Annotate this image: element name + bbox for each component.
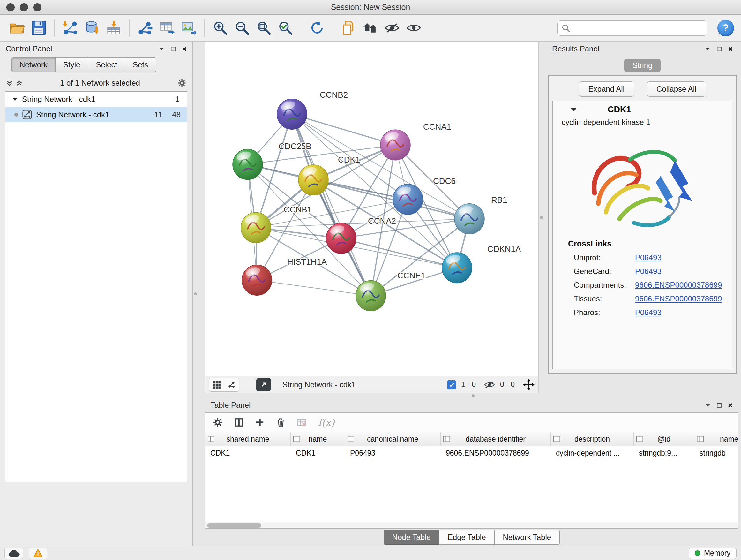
export-network-button[interactable] — [135, 18, 155, 38]
expand-all-tree-icon[interactable] — [6, 80, 12, 86]
tab-sets[interactable]: Sets — [125, 57, 156, 72]
network-node-cdkn1a[interactable]: CDKN1A — [442, 244, 521, 283]
section-caret-icon[interactable] — [570, 108, 577, 112]
memory-button[interactable]: Memory — [689, 548, 737, 559]
collapse-panel-icon[interactable] — [159, 47, 164, 51]
zoom-selected-button[interactable] — [275, 18, 295, 38]
network-edge[interactable] — [313, 180, 469, 219]
close-panel-icon[interactable] — [728, 47, 733, 51]
table-cell[interactable]: 9606.ENSP00000378699 — [441, 449, 551, 457]
zoom-window-button[interactable] — [33, 3, 42, 11]
show-panel-eye-button[interactable] — [404, 18, 423, 38]
show-columns-icon[interactable] — [234, 418, 244, 427]
home-button[interactable] — [360, 18, 380, 38]
network-node-ccnb2[interactable]: CCNB2 — [277, 90, 348, 129]
hidden-eye-slash-icon[interactable] — [484, 381, 495, 389]
network-node-ccna1[interactable]: CCNA1 — [381, 122, 451, 160]
crosslink-link[interactable]: 9606.ENSP00000378699 — [635, 294, 722, 303]
export-image-button[interactable] — [179, 18, 199, 38]
table-cell[interactable]: CDK1 — [291, 449, 345, 457]
tab-style[interactable]: Style — [55, 57, 88, 72]
network-collection-row[interactable]: String Network - cdk1 1 — [5, 91, 187, 107]
collapse-panel-icon[interactable] — [705, 403, 711, 407]
network-node-rb1[interactable]: RB1 — [455, 195, 508, 234]
float-panel-icon[interactable] — [717, 403, 722, 408]
zoom-in-button[interactable] — [210, 18, 230, 38]
import-table-button[interactable] — [104, 18, 124, 38]
right-splitter[interactable] — [539, 42, 544, 393]
close-window-button[interactable] — [6, 3, 15, 11]
copy-document-button[interactable] — [339, 18, 358, 38]
collapse-all-tree-icon[interactable] — [16, 80, 22, 86]
collapse-panel-icon[interactable] — [705, 47, 711, 51]
help-button[interactable] — [718, 20, 734, 37]
open-session-button[interactable] — [7, 18, 27, 38]
table-cell[interactable]: stringdb — [694, 449, 738, 457]
table-cell[interactable]: CDK1 — [205, 449, 291, 457]
network-node-ccne1[interactable]: CCNE1 — [356, 271, 425, 311]
save-session-button[interactable] — [29, 18, 49, 38]
network-edge[interactable] — [292, 114, 395, 145]
table-cell[interactable]: cyclin-dependent ... — [551, 449, 634, 457]
network-node-ccna2[interactable]: CCNA2 — [326, 216, 396, 254]
open-in-browser-button[interactable] — [256, 378, 271, 391]
network-options-gear-icon[interactable] — [178, 79, 186, 87]
splitter-handle[interactable] — [194, 293, 197, 295]
table-row[interactable]: CDK1CDK1P064939606.ENSP00000378699cyclin… — [205, 446, 738, 460]
zoom-fit-button[interactable] — [254, 18, 273, 38]
table-settings-gear-icon[interactable] — [213, 418, 222, 427]
tree-caret-icon[interactable] — [12, 98, 18, 101]
string-settings-button[interactable] — [224, 378, 239, 391]
splitter-handle[interactable] — [540, 216, 543, 219]
table-cell[interactable]: P06493 — [345, 449, 441, 457]
hide-panel-eye-button[interactable] — [382, 18, 402, 38]
tab-select[interactable]: Select — [88, 57, 125, 72]
crosslink-link[interactable]: P06493 — [635, 308, 662, 317]
delete-column-trash-icon[interactable] — [276, 417, 286, 428]
import-network-from-file-button[interactable] — [60, 18, 80, 38]
network-canvas[interactable]: CCNB2CCNA1CDC25BCDK1CDC6RB1CCNB1CCNA2CDK… — [205, 42, 539, 376]
close-panel-icon[interactable] — [728, 403, 733, 408]
close-panel-icon[interactable] — [182, 47, 187, 51]
add-column-plus-icon[interactable] — [255, 418, 265, 427]
zoom-out-button[interactable] — [232, 18, 252, 38]
network-node-hist1h1a[interactable]: HIST1H1A — [242, 257, 327, 295]
column-header-shared-name[interactable]: shared name — [205, 432, 291, 446]
crosslink-link[interactable]: P06493 — [635, 267, 662, 276]
collapse-all-button[interactable]: Collapse All — [647, 81, 706, 97]
network-graph[interactable]: CCNB2CCNA1CDC25BCDK1CDC6RB1CCNB1CCNA2CDK… — [205, 42, 538, 376]
minimize-window-button[interactable] — [20, 3, 28, 11]
birds-eye-view-button[interactable] — [209, 378, 224, 391]
horizontal-splitter[interactable] — [205, 393, 741, 398]
column-header-canonical-name[interactable]: canonical name — [345, 432, 441, 446]
tab-edge-table[interactable]: Edge Table — [439, 530, 495, 545]
float-panel-icon[interactable] — [171, 47, 176, 51]
crosshair-move-icon[interactable] — [523, 379, 535, 390]
crosslink-link[interactable]: P06493 — [635, 253, 662, 262]
crosslink-link[interactable]: 9606.ENSP00000378699 — [635, 281, 722, 290]
warnings-button[interactable] — [29, 548, 47, 559]
left-splitter[interactable] — [193, 42, 198, 546]
tab-node-table[interactable]: Node Table — [384, 530, 440, 545]
tab-string[interactable]: String — [624, 59, 661, 72]
column-header-description[interactable]: description — [551, 432, 634, 446]
scrollbar-thumb[interactable] — [207, 523, 261, 528]
table-cell[interactable]: stringdb:9... — [634, 449, 694, 457]
selected-count-checkbox[interactable] — [447, 380, 456, 389]
column-header-name[interactable]: name — [291, 432, 345, 446]
column-header-id[interactable]: @id — [634, 432, 694, 446]
tab-network-table[interactable]: Network Table — [494, 530, 560, 545]
protein-section-header[interactable]: CDK1 — [553, 105, 732, 115]
column-header-database-identifier[interactable]: database identifier — [441, 432, 551, 446]
refresh-layout-button[interactable] — [307, 18, 327, 38]
splitter-handle[interactable] — [472, 394, 475, 397]
tab-network[interactable]: Network — [11, 57, 56, 72]
float-panel-icon[interactable] — [717, 47, 722, 51]
column-header-namespace[interactable]: namespace — [694, 432, 738, 446]
import-network-from-database-button[interactable] — [82, 18, 102, 38]
expand-all-button[interactable]: Expand All — [579, 81, 634, 97]
export-table-button[interactable] — [157, 18, 177, 38]
network-row-selected[interactable]: String Network - cdk1 11 48 — [5, 107, 187, 122]
cloud-status-button[interactable] — [4, 548, 23, 559]
table-horizontal-scrollbar[interactable] — [205, 522, 738, 528]
